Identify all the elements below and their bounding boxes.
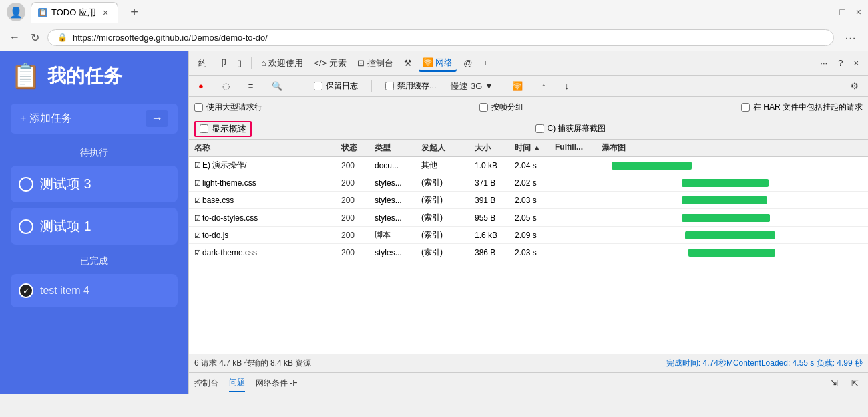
large-rows-label: 使用大型请求行 <box>206 102 262 113</box>
show-overview-highlight[interactable]: 显示概述 <box>194 121 252 137</box>
lock-icon: 🔒 <box>57 33 67 42</box>
row-name: ☑dark-theme.css <box>193 247 340 258</box>
dt-upload-icon[interactable]: ↑ <box>537 80 550 92</box>
app-icon: 📋 <box>11 62 41 90</box>
group-by-frame-input[interactable] <box>479 103 488 112</box>
disable-cache-input[interactable] <box>385 82 394 90</box>
row-name: ☑to-do.js <box>193 230 340 241</box>
row-waterfall <box>600 195 864 206</box>
col-fulfill[interactable]: Fulfill... <box>554 142 600 154</box>
tab-title: TODO 应用 <box>51 7 96 19</box>
dt-tab-elements[interactable]: </> 元素 <box>310 56 350 71</box>
dt-tab-sources[interactable]: ⚒ <box>400 57 416 70</box>
row-type: docu... <box>373 160 420 171</box>
row-initiator: 其他 <box>420 159 473 172</box>
dt-filter-button[interactable]: ≡ <box>244 80 258 92</box>
dt-btn-plus[interactable]: + <box>479 57 492 70</box>
show-overview-checkbox[interactable] <box>200 124 208 133</box>
devtools-toolbar-overview: 显示概述 C) 捕获屏幕截图 <box>189 118 868 140</box>
dt-btn-pin[interactable]: 约 <box>194 56 211 71</box>
dt-btn-inspect[interactable]: 卩 <box>214 56 230 71</box>
table-row[interactable]: ☑light-theme.css 200 styles... (索引) 371 … <box>189 174 868 192</box>
dt-close-button[interactable]: × <box>849 57 863 70</box>
dt-clear-button[interactable]: ◌ <box>218 80 234 92</box>
col-time[interactable]: 时间 ▲ <box>513 142 554 154</box>
main-layout: 📋 我的任务 + 添加任务 → 待执行 测试项 3 测试项 1 已完成 ✓ te… <box>0 51 868 394</box>
dt-search-button[interactable]: 🔍 <box>268 80 286 92</box>
title-bar: 👤 📋 TODO 应用 × + — □ × <box>0 0 868 24</box>
row-size: 955 B <box>473 213 513 223</box>
devtools-toolbar-network: ● ◌ ≡ 🔍 保留日志 禁用缓存... 慢速 3G ▼ 🛜 ↑ ↓ ⚙ <box>189 76 868 97</box>
col-initiator[interactable]: 发起人 <box>420 142 473 154</box>
devtools-toolbar-main: 约 卩 ▯ ⌂ 欢迎使用 </> 元素 ⊡ 控制台 ⚒ 🛜 网络 @ + ···… <box>189 51 868 76</box>
har-include-input[interactable] <box>741 103 750 112</box>
add-task-button[interactable]: + 添加任务 → <box>11 104 178 134</box>
dt-record-button[interactable]: ● <box>194 80 208 92</box>
dt-tab-console[interactable]: ⊡ 控制台 <box>353 56 397 71</box>
network-rows-container: ☑E) 演示操作/ 200 docu... 其他 1.0 kB 2.04 s ☑… <box>189 157 868 261</box>
col-size[interactable]: 大小 <box>473 142 513 154</box>
refresh-button[interactable]: ↻ <box>28 29 42 47</box>
dt-more-button[interactable]: ··· <box>816 57 831 70</box>
tab-favicon: 📋 <box>38 8 47 17</box>
dt-separator-2 <box>300 80 300 92</box>
col-type[interactable]: 类型 <box>373 142 420 154</box>
table-row[interactable]: ☑to-do-styles.css 200 styles... (索引) 955… <box>189 209 868 227</box>
large-rows-input[interactable] <box>194 103 203 112</box>
group-by-frame-checkbox[interactable]: 按帧分组 <box>479 102 523 113</box>
browser-more-button[interactable]: ··· <box>839 30 861 45</box>
task-item-1[interactable]: 测试项 3 <box>11 166 178 202</box>
task-item-done-1[interactable]: ✓ test item 4 <box>11 274 178 307</box>
dt-wifi-icon[interactable]: 🛜 <box>508 80 527 92</box>
row-status: 200 <box>340 178 373 188</box>
browser-chrome: 👤 📋 TODO 应用 × + — □ × ← ↻ 🔒 https://micr… <box>0 0 868 51</box>
row-waterfall <box>600 178 864 188</box>
row-status: 200 <box>340 213 373 223</box>
capture-screenshot-checkbox[interactable]: C) 捕获屏幕截图 <box>535 123 606 134</box>
address-bar: ← ↻ 🔒 https://microsoftedge.github.io/De… <box>0 24 868 51</box>
tab-close-button[interactable]: × <box>103 7 108 18</box>
row-type: styles... <box>373 247 420 258</box>
row-initiator: (索引) <box>420 176 473 189</box>
footer-tab-network-conditions[interactable]: 网络条件 -F <box>256 375 298 392</box>
active-tab[interactable]: 📋 TODO 应用 × <box>31 2 118 23</box>
table-row[interactable]: ☑E) 演示操作/ 200 docu... 其他 1.0 kB 2.04 s <box>189 157 868 174</box>
task-item-2[interactable]: 测试项 1 <box>11 208 178 245</box>
preserve-log-checkbox[interactable]: 保留日志 <box>314 80 358 92</box>
preserve-log-input[interactable] <box>314 82 322 90</box>
capture-screenshot-input[interactable] <box>535 124 544 133</box>
col-waterfall[interactable]: 瀑布图 <box>600 142 864 154</box>
dt-help-button[interactable]: ? <box>834 57 847 70</box>
url-box[interactable]: 🔒 https://microsoftedge.github.io/Demos/… <box>47 29 834 46</box>
har-include-checkbox[interactable]: 在 HAR 文件中包括挂起的请求 <box>741 102 863 113</box>
col-name[interactable]: 名称 <box>193 142 340 154</box>
dt-speed-selector[interactable]: 慢速 3G ▼ <box>447 79 497 94</box>
table-row[interactable]: ☑base.css 200 styles... (索引) 391 B 2.03 … <box>189 192 868 209</box>
row-status: 200 <box>340 195 373 206</box>
footer-tab-issues[interactable]: 问题 <box>229 374 245 392</box>
back-button[interactable]: ← <box>7 29 23 46</box>
col-status[interactable]: 状态 <box>340 142 373 154</box>
disable-cache-checkbox[interactable]: 禁用缓存... <box>385 80 436 92</box>
row-fulfill <box>554 182 600 184</box>
dt-tab-network[interactable]: 🛜 网络 <box>419 55 457 72</box>
dt-settings-icon[interactable]: ⚙ <box>847 80 863 92</box>
dt-tab-welcome[interactable]: ⌂ 欢迎使用 <box>257 56 307 71</box>
footer-tab-console[interactable]: 控制台 <box>194 375 218 392</box>
new-tab-button[interactable]: + <box>124 5 145 20</box>
dt-tab-at[interactable]: @ <box>459 57 476 70</box>
row-waterfall <box>600 247 864 258</box>
profile-icon[interactable]: 👤 <box>7 3 25 21</box>
footer-expand-button[interactable]: ⇱ <box>847 377 863 390</box>
dt-download-icon[interactable]: ↓ <box>560 80 573 92</box>
dt-btn-device[interactable]: ▯ <box>233 57 246 70</box>
maximize-button[interactable]: □ <box>839 7 845 17</box>
status-timing: 完成时间: 4.74秒MContentLoaded: 4.55 s 负载: 4.… <box>666 358 863 369</box>
footer-undock-button[interactable]: ⇲ <box>827 377 842 390</box>
table-row[interactable]: ☑to-do.js 200 脚本 (索引) 1.6 kB 2.09 s <box>189 227 868 244</box>
row-name: ☑light-theme.css <box>193 178 340 188</box>
table-row[interactable]: ☑dark-theme.css 200 styles... (索引) 386 B… <box>189 244 868 261</box>
large-rows-checkbox[interactable]: 使用大型请求行 <box>194 102 262 113</box>
close-button[interactable]: × <box>856 7 861 17</box>
minimize-button[interactable]: — <box>819 7 829 17</box>
